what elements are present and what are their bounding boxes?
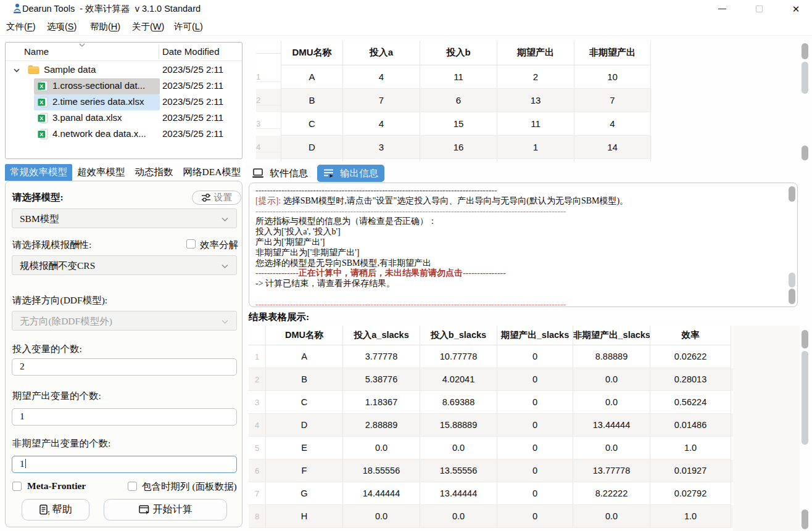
tree-row-time-series[interactable]: X 2.time series data.xlsx 2023/5/25 2:11	[6, 94, 242, 110]
expander-chevron-icon[interactable]	[13, 68, 20, 73]
table-cell: 0.28013	[650, 368, 731, 391]
maximize-button[interactable]	[745, 0, 773, 17]
tab-output-info[interactable]: 输出信息	[317, 165, 384, 182]
table-cell: 1.18367	[342, 391, 420, 414]
expected-output-count-field[interactable]: 1	[12, 408, 237, 426]
table-row[interactable]: 1 A 4 11 2 10	[256, 65, 652, 89]
row-number: 7	[249, 482, 265, 505]
table-row[interactable]: 8 H 0.0 0.0 0 0.0 1.0	[249, 505, 733, 528]
tree-item-label[interactable]: 2.time series data.xlsx	[52, 96, 144, 107]
table-cell: 0	[497, 482, 573, 505]
table-row[interactable]: 4 D 2.88889 15.88889 0 13.44444 0.01486	[249, 414, 733, 437]
row-number: 2	[256, 96, 281, 105]
table-cell: 3.77778	[342, 345, 420, 368]
table-cell: 14	[574, 136, 651, 159]
scrollbar-thumb[interactable]	[802, 509, 808, 529]
column-divider[interactable]	[159, 44, 159, 59]
column-header-name[interactable]: Name	[24, 46, 49, 57]
efficiency-decompose-checkbox[interactable]	[186, 239, 196, 249]
svg-text:X: X	[39, 83, 43, 89]
row-number: 5	[249, 437, 265, 459]
text-caret	[25, 459, 26, 468]
scrollbar-thumb[interactable]	[802, 351, 808, 445]
close-button[interactable]: ✕	[782, 0, 810, 17]
row-number: 3	[249, 391, 265, 414]
meta-frontier-label[interactable]: Meta-Frontier	[27, 480, 86, 492]
table-row[interactable]: 7 G 14.44444 13.44444 0 8.22222 0.02792	[249, 482, 733, 505]
table-cell: 14.44444	[342, 482, 420, 505]
log-line: -> 计算已结束，请查看并保存结果。	[255, 279, 786, 289]
menu-help[interactable]: 帮助(H)	[84, 17, 126, 36]
column-header[interactable]: 投入a_slacks	[342, 326, 420, 345]
input-count-field[interactable]: 2	[12, 358, 237, 376]
input-table-header-row: DMU名称 投入a 投入b 期望产出 非期望产出	[256, 41, 652, 65]
table-row[interactable]: 4 D 3 16 1 14	[256, 136, 652, 159]
column-header-date[interactable]: Date Modified	[162, 46, 220, 57]
table-cell: 6	[420, 89, 497, 112]
tab-software-info[interactable]: 软件信息	[246, 165, 314, 182]
tree-item-label[interactable]: 3.panal data.xlsx	[52, 112, 122, 123]
efficiency-decompose-label[interactable]: 效率分解	[200, 239, 238, 252]
scrollbar-thumb[interactable]	[802, 330, 808, 348]
tab-super-efficiency-model[interactable]: 超效率模型	[72, 164, 130, 181]
minimize-button[interactable]	[708, 0, 735, 17]
settings-button[interactable]: 设置	[192, 191, 241, 205]
tree-item-date: 2023/5/25 2:11	[162, 64, 223, 75]
tab-regular-efficiency-model[interactable]: 常规效率模型	[5, 164, 72, 181]
tree-item-date: 2023/5/25 2:11	[162, 96, 223, 107]
scrollbar-thumb[interactable]	[789, 273, 795, 287]
column-header[interactable]: 投入b_slacks	[420, 326, 497, 345]
tab-network-dea-model[interactable]: 网络DEA模型	[178, 164, 246, 181]
sliders-icon	[201, 194, 211, 202]
scrollbar-thumb[interactable]	[802, 43, 808, 59]
svg-text:X: X	[39, 115, 43, 121]
table-cell: 13	[497, 89, 574, 112]
tree-row-sample-data[interactable]: Sample data 2023/5/25 2:11	[6, 62, 242, 78]
help-button[interactable]: ? 帮助	[22, 499, 89, 521]
table-row[interactable]: 2 B 7 6 13 7	[256, 89, 652, 112]
column-header[interactable]: 非期望产出_slacks	[573, 326, 650, 345]
tree-row-cross-sectional[interactable]: X 1.cross-sectional dat... 2023/5/25 2:1…	[6, 78, 242, 94]
table-row[interactable]: 5 E 0.0 0.0 0 0.0 1.0	[249, 437, 733, 459]
column-header[interactable]: 投入a	[342, 41, 420, 65]
tree-item-label[interactable]: 1.cross-sectional dat...	[52, 80, 145, 91]
file-tree-header[interactable]: Name Date Modified	[6, 43, 242, 61]
table-row[interactable]: 1 A 3.77778 10.77778 0 8.88889 0.02622	[249, 345, 733, 368]
tree-item-label[interactable]: Sample data	[44, 64, 96, 75]
scrollbar-thumb[interactable]	[789, 186, 795, 202]
scrollbar-thumb[interactable]	[802, 62, 808, 94]
direction-select[interactable]: 无方向(除DDF模型外)	[12, 311, 237, 331]
menu-options[interactable]: 选项(S)	[41, 17, 83, 36]
table-row[interactable]: 3 C 4 15 11 4	[256, 112, 652, 136]
column-header[interactable]: 非期望产出	[574, 41, 651, 65]
meta-frontier-checkbox[interactable]	[12, 482, 22, 491]
rts-select[interactable]: 规模报酬不变CRS	[12, 255, 237, 275]
column-header[interactable]: 投入b	[420, 41, 497, 65]
scrollbar-thumb[interactable]	[802, 146, 808, 160]
output-log-box[interactable]: ----------------------------------------…	[249, 183, 798, 307]
column-header[interactable]: 效率	[650, 326, 731, 345]
menu-file[interactable]: 文件(F)	[0, 17, 42, 36]
tree-item-label[interactable]: 4.network dea data.x...	[52, 128, 146, 139]
panel-data-checkbox[interactable]	[128, 482, 137, 491]
panel-data-label[interactable]: 包含时期列 (面板数据)	[142, 480, 237, 493]
log-separator: ----------------------------------------…	[255, 207, 786, 217]
tree-row-network-dea[interactable]: X 4.network dea data.x... 2023/5/25 2:11	[6, 126, 242, 142]
column-header[interactable]: 期望产出_slacks	[497, 326, 573, 345]
tree-row-panal-data[interactable]: X 3.panal data.xlsx 2023/5/25 2:11	[6, 110, 242, 126]
column-header[interactable]: DMU名称	[265, 326, 342, 345]
table-row[interactable]: 3 C 1.18367 8.69388 0 0.0 0.56224	[249, 391, 733, 414]
table-cell: 0.0	[573, 391, 650, 414]
table-cell: 0	[497, 368, 573, 391]
undesirable-output-count-field[interactable]: 1	[12, 456, 237, 473]
column-header[interactable]: DMU名称	[281, 41, 342, 65]
column-header[interactable]: 期望产出	[497, 41, 574, 65]
menu-license[interactable]: 许可(L)	[168, 17, 209, 36]
menu-about[interactable]: 关于(W)	[126, 17, 170, 36]
table-row[interactable]: 6 F 18.55556 13.55556 0 13.77778 0.01927	[249, 459, 733, 482]
run-button[interactable]: 开始计算	[104, 499, 227, 521]
tab-dynamic-index[interactable]: 动态指数	[130, 164, 178, 181]
scrollbar-thumb[interactable]	[789, 289, 795, 304]
table-row[interactable]: 2 B 5.38776 4.02041 0 0.0 0.28013	[249, 368, 733, 391]
model-select[interactable]: SBM模型	[12, 208, 237, 228]
